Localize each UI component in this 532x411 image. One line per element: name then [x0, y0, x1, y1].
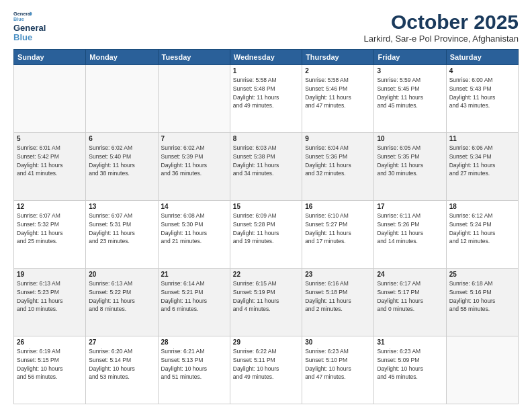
- day-info: Sunrise: 6:20 AMSunset: 5:14 PMDaylight:…: [89, 347, 154, 381]
- day-info-line: Sunset: 5:18 PM: [305, 288, 371, 297]
- svg-text:Blue: Blue: [13, 16, 24, 21]
- day-info-line: and 25 minutes.: [17, 237, 83, 246]
- day-info: Sunrise: 5:58 AMSunset: 5:46 PMDaylight:…: [305, 76, 371, 110]
- day-info-line: Sunrise: 6:09 AM: [233, 212, 299, 220]
- calendar-cell: 24Sunrise: 6:17 AMSunset: 5:17 PMDayligh…: [374, 269, 446, 336]
- day-info: Sunrise: 6:16 AMSunset: 5:18 PMDaylight:…: [305, 279, 371, 314]
- day-info-line: Daylight: 10 hours: [377, 365, 443, 373]
- day-number: 12: [17, 203, 83, 210]
- day-info: Sunrise: 6:21 AMSunset: 5:13 PMDaylight:…: [161, 347, 227, 381]
- day-info-line: and 10 minutes.: [17, 305, 83, 314]
- calendar-cell: 13Sunrise: 6:07 AMSunset: 5:31 PMDayligh…: [86, 201, 158, 269]
- day-info-line: and 58 minutes.: [449, 305, 515, 314]
- weekday-header-monday: Monday: [86, 50, 158, 65]
- day-number: 31: [377, 338, 443, 346]
- day-info-line: Daylight: 11 hours: [89, 229, 154, 238]
- day-info-line: Sunrise: 6:00 AM: [449, 76, 515, 85]
- calendar-cell: 8Sunrise: 6:03 AMSunset: 5:38 PMDaylight…: [230, 133, 302, 201]
- day-info-line: Sunset: 5:28 PM: [233, 220, 299, 229]
- day-number: 7: [161, 135, 227, 142]
- day-number: 24: [377, 271, 443, 278]
- day-number: 4: [449, 67, 515, 75]
- day-info-line: Daylight: 10 hours: [17, 365, 83, 373]
- logo-general: General: [13, 24, 46, 33]
- day-info-line: and 30 minutes.: [377, 169, 443, 178]
- day-info-line: Sunrise: 6:04 AM: [305, 144, 371, 152]
- day-info-line: Sunrise: 6:17 AM: [377, 279, 443, 288]
- day-info-line: Daylight: 11 hours: [17, 161, 83, 170]
- day-info-line: Sunset: 5:11 PM: [233, 356, 299, 365]
- calendar-cell: 1Sunrise: 5:58 AMSunset: 5:48 PMDaylight…: [230, 65, 302, 133]
- day-info: Sunrise: 6:01 AMSunset: 5:42 PMDaylight:…: [17, 144, 83, 178]
- day-info-line: Daylight: 11 hours: [305, 229, 371, 238]
- day-info-line: and 0 minutes.: [377, 305, 443, 314]
- location: Larkird, Sar-e Pol Province, Afghanistan: [363, 34, 519, 44]
- calendar-cell: 25Sunrise: 6:18 AMSunset: 5:16 PMDayligh…: [446, 269, 518, 336]
- day-info-line: Sunrise: 6:10 AM: [305, 212, 371, 220]
- day-info-line: and 45 minutes.: [377, 373, 443, 381]
- day-info-line: Sunset: 5:42 PM: [17, 152, 83, 161]
- day-number: 15: [233, 203, 299, 210]
- day-info-line: Sunset: 5:43 PM: [449, 85, 515, 93]
- calendar-cell: 23Sunrise: 6:16 AMSunset: 5:18 PMDayligh…: [302, 269, 374, 336]
- calendar-cell: [14, 65, 86, 133]
- day-info-line: Daylight: 10 hours: [305, 365, 371, 373]
- day-info: Sunrise: 6:07 AMSunset: 5:31 PMDaylight:…: [89, 212, 154, 246]
- day-info: Sunrise: 6:18 AMSunset: 5:16 PMDaylight:…: [449, 279, 515, 314]
- day-info-line: Sunset: 5:14 PM: [89, 356, 154, 365]
- day-info-line: and 8 minutes.: [89, 305, 154, 314]
- day-info: Sunrise: 6:06 AMSunset: 5:34 PMDaylight:…: [449, 144, 515, 178]
- calendar-cell: 3Sunrise: 5:59 AMSunset: 5:45 PMDaylight…: [374, 65, 446, 133]
- calendar-cell: 10Sunrise: 6:05 AMSunset: 5:35 PMDayligh…: [374, 133, 446, 201]
- logo: General Blue General Blue: [13, 11, 46, 43]
- weekday-header-wednesday: Wednesday: [230, 50, 302, 65]
- day-number: 9: [305, 135, 371, 142]
- calendar-cell: 26Sunrise: 6:19 AMSunset: 5:15 PMDayligh…: [14, 336, 86, 404]
- calendar-cell: 21Sunrise: 6:14 AMSunset: 5:21 PMDayligh…: [158, 269, 230, 336]
- day-info-line: Sunset: 5:16 PM: [449, 288, 515, 297]
- day-info: Sunrise: 6:19 AMSunset: 5:15 PMDaylight:…: [17, 347, 83, 381]
- day-number: 20: [89, 271, 154, 278]
- day-info-line: Sunrise: 6:01 AM: [17, 144, 83, 152]
- day-info-line: and 41 minutes.: [17, 169, 83, 178]
- day-info-line: Sunset: 5:17 PM: [377, 288, 443, 297]
- day-info: Sunrise: 6:22 AMSunset: 5:11 PMDaylight:…: [233, 347, 299, 381]
- day-info-line: Sunrise: 6:12 AM: [449, 212, 515, 220]
- day-number: 10: [377, 135, 443, 142]
- day-info-line: Sunrise: 6:08 AM: [161, 212, 227, 220]
- calendar: SundayMondayTuesdayWednesdayThursdayFrid…: [13, 49, 519, 404]
- calendar-cell: 28Sunrise: 6:21 AMSunset: 5:13 PMDayligh…: [158, 336, 230, 404]
- calendar-cell: 14Sunrise: 6:08 AMSunset: 5:30 PMDayligh…: [158, 201, 230, 269]
- day-info-line: Sunrise: 6:23 AM: [377, 347, 443, 356]
- day-info: Sunrise: 6:17 AMSunset: 5:17 PMDaylight:…: [377, 279, 443, 314]
- day-info-line: Sunrise: 6:19 AM: [17, 347, 83, 356]
- day-info-line: Sunrise: 6:07 AM: [17, 212, 83, 220]
- calendar-cell: 5Sunrise: 6:01 AMSunset: 5:42 PMDaylight…: [14, 133, 86, 201]
- calendar-cell: 9Sunrise: 6:04 AMSunset: 5:36 PMDaylight…: [302, 133, 374, 201]
- weekday-header-thursday: Thursday: [302, 50, 374, 65]
- day-info: Sunrise: 6:13 AMSunset: 5:23 PMDaylight:…: [17, 279, 83, 314]
- day-info-line: Sunrise: 6:11 AM: [377, 212, 443, 220]
- day-info-line: Sunset: 5:09 PM: [377, 356, 443, 365]
- day-number: 16: [305, 203, 371, 210]
- day-info-line: Sunset: 5:39 PM: [161, 152, 227, 161]
- day-info-line: Daylight: 10 hours: [161, 365, 227, 373]
- day-info-line: Sunrise: 6:13 AM: [17, 279, 83, 288]
- day-info: Sunrise: 6:14 AMSunset: 5:21 PMDaylight:…: [161, 279, 227, 314]
- day-info: Sunrise: 6:09 AMSunset: 5:28 PMDaylight:…: [233, 212, 299, 246]
- day-number: 29: [233, 338, 299, 346]
- day-info-line: Sunrise: 6:13 AM: [89, 279, 154, 288]
- day-number: 13: [89, 203, 154, 210]
- day-info-line: and 49 minutes.: [233, 373, 299, 381]
- day-number: 23: [305, 271, 371, 278]
- day-info-line: Sunrise: 6:05 AM: [377, 144, 443, 152]
- day-info-line: Sunrise: 5:58 AM: [305, 76, 371, 85]
- calendar-cell: 16Sunrise: 6:10 AMSunset: 5:27 PMDayligh…: [302, 201, 374, 269]
- day-info-line: and 45 minutes.: [377, 101, 443, 110]
- day-info-line: Daylight: 11 hours: [17, 229, 83, 238]
- day-number: 19: [17, 271, 83, 278]
- day-info-line: Sunrise: 6:20 AM: [89, 347, 154, 356]
- day-info-line: Sunset: 5:26 PM: [377, 220, 443, 229]
- day-info-line: and 12 minutes.: [449, 237, 515, 246]
- calendar-cell: 12Sunrise: 6:07 AMSunset: 5:32 PMDayligh…: [14, 201, 86, 269]
